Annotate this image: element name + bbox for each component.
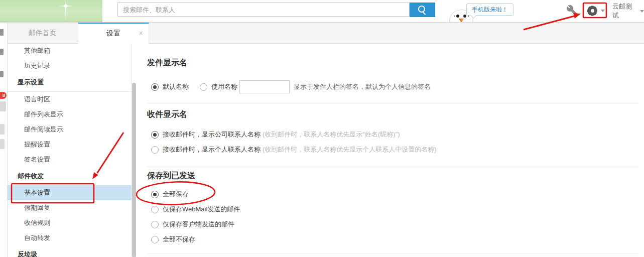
- radio-label: 全部不保存: [163, 235, 195, 244]
- gear-icon[interactable]: [587, 5, 598, 16]
- tab-settings[interactable]: 设置 ×: [78, 22, 149, 44]
- account-menu[interactable]: 云邮测试: [612, 0, 644, 22]
- section-recipient-display-name: 收件显示名接收邮件时，显示公司联系人名称(收到邮件时，联系人名称优先显示"姓名(…: [147, 109, 638, 167]
- sidebar-item[interactable]: 其他邮箱: [7, 43, 132, 58]
- radio-unselected[interactable]: [151, 236, 159, 243]
- option-row[interactable]: 全部不保存: [147, 232, 638, 247]
- sidebar-section-header: 显示设置: [7, 73, 132, 92]
- radio-unselected[interactable]: [151, 146, 159, 154]
- wrench-icon[interactable]: [566, 5, 578, 17]
- clipped-icon-fragment: [0, 139, 5, 149]
- sidebar-item[interactable]: 语言时区: [7, 92, 132, 107]
- radio-unselected[interactable]: [151, 206, 159, 213]
- search-button[interactable]: [410, 3, 435, 17]
- option-row[interactable]: 全部保存: [147, 187, 638, 202]
- section-options: 接收邮件时，显示公司联系人名称(收到邮件时，联系人名称优先显示"姓名(昵称)")…: [147, 127, 638, 157]
- sidebar-item[interactable]: 提醒设置: [7, 137, 132, 152]
- radio-label: 接收邮件时，显示个人联系人名称: [163, 145, 261, 154]
- section-divider: [147, 253, 638, 254]
- radio-unselected[interactable]: [151, 221, 159, 228]
- display-name-input[interactable]: [239, 80, 290, 93]
- section-title: 保存到已发送: [147, 170, 638, 181]
- mobile-version-bubble[interactable]: 手机版来啦！: [466, 4, 513, 16]
- radio-option[interactable]: 仅保存WebMail发送的邮件: [151, 205, 240, 214]
- sidebar-item[interactable]: 自动转发: [7, 230, 132, 245]
- option-row[interactable]: 默认名称使用名称显示于发件人栏的签名，默认为个人信息的签名: [147, 79, 638, 94]
- sidebar-item[interactable]: 收信规则: [7, 215, 132, 230]
- beak-icon: [459, 19, 464, 22]
- sidebar-item[interactable]: 基本设置: [7, 185, 132, 200]
- account-name: 云邮测试: [612, 2, 637, 20]
- sidebar-scrollbar-thumb[interactable]: [132, 83, 136, 257]
- sidebar-item[interactable]: 邮件阅读显示: [7, 122, 132, 137]
- sidebar-item[interactable]: 历史记录: [7, 58, 132, 73]
- radio-label: 仅保存WebMail发送的邮件: [163, 205, 240, 214]
- tab-mail-home[interactable]: 邮件首页: [7, 22, 78, 43]
- sidebar-section-header: 邮件收发: [7, 167, 132, 185]
- radio-option[interactable]: 使用名称: [200, 82, 237, 91]
- sidebar-item[interactable]: 签名设置: [7, 152, 132, 167]
- radio-option[interactable]: 全部保存: [151, 190, 189, 199]
- unread-count-badge: 8: [0, 92, 7, 99]
- gear-chevron-down-icon[interactable]: [601, 10, 605, 12]
- section-divider: [147, 103, 638, 103]
- radio-label: 默认名称: [163, 82, 189, 91]
- radio-unselected[interactable]: [200, 83, 207, 91]
- sidebar-item[interactable]: 邮件列表显示: [7, 107, 132, 122]
- option-row[interactable]: 仅保存客户端发送的邮件: [147, 217, 638, 232]
- search-input[interactable]: [117, 3, 410, 17]
- settings-sidebar: 其他邮箱历史记录显示设置语言时区邮件列表显示邮件阅读显示提醒设置签名设置邮件收发…: [7, 43, 132, 257]
- clipped-text-fragment: [0, 29, 4, 36]
- radio-note: (收到邮件时，联系人名称优先显示个人联系人中设置的名称): [263, 145, 437, 154]
- radio-option[interactable]: 全部不保存: [151, 235, 195, 244]
- option-hint: 显示于发件人栏的签名，默认为个人信息的签名: [294, 82, 431, 91]
- radio-selected[interactable]: [151, 83, 159, 91]
- section-divider: [147, 167, 638, 167]
- radio-label: 全部保存: [163, 190, 189, 199]
- radio-label: 使用名称: [211, 82, 237, 91]
- radio-note: (收到邮件时，联系人名称优先显示"姓名(昵称)"): [263, 130, 400, 139]
- radio-option[interactable]: 接收邮件时，显示个人联系人名称(收到邮件时，联系人名称优先显示个人联系人中设置的…: [151, 145, 437, 154]
- tab-bar: 邮件首页 设置 ×: [7, 22, 644, 44]
- sidebar-section-header: 反垃圾: [7, 245, 132, 257]
- radio-selected[interactable]: [151, 191, 159, 198]
- tab-settings-label: 设置: [106, 29, 120, 37]
- section-save-to-sent: 保存到已发送全部保存仅保存WebMail发送的邮件仅保存客户端发送的邮件全部不保…: [147, 170, 638, 254]
- option-row[interactable]: 接收邮件时，显示公司联系人名称(收到邮件时，联系人名称优先显示"姓名(昵称)"): [147, 127, 638, 142]
- sidebar-item[interactable]: 假期回复: [7, 200, 132, 215]
- magnifier-icon: [418, 6, 425, 13]
- option-row[interactable]: 仅保存WebMail发送的邮件: [147, 202, 638, 217]
- section-title: 发件显示名: [147, 43, 638, 68]
- section-sender-display-name: 发件显示名默认名称使用名称显示于发件人栏的签名，默认为个人信息的签名: [147, 43, 638, 103]
- radio-label: 接收邮件时，显示公司联系人名称: [163, 130, 261, 139]
- clipped-text-fragment: [0, 71, 4, 77]
- radio-option[interactable]: 默认名称: [151, 82, 189, 91]
- account-chevron-down-icon: [640, 10, 644, 13]
- section-title: 收件显示名: [147, 109, 638, 120]
- radio-option[interactable]: 接收邮件时，显示公司联系人名称(收到邮件时，联系人名称优先显示"姓名(昵称)"): [151, 130, 400, 139]
- clipped-folder-strip: 8: [0, 22, 8, 257]
- clipped-text-fragment: [0, 49, 4, 55]
- option-row[interactable]: 接收邮件时，显示个人联系人名称(收到邮件时，联系人名称优先显示个人联系人中设置的…: [147, 142, 638, 157]
- clipped-icon-fragment: [0, 101, 6, 111]
- clipped-icon-fragment: [0, 124, 5, 135]
- settings-content: 发件显示名默认名称使用名称显示于发件人栏的签名，默认为个人信息的签名收件显示名接…: [132, 43, 644, 257]
- top-bar: 手机版来啦！ 云邮测试: [0, 0, 644, 23]
- section-options: 默认名称使用名称显示于发件人栏的签名，默认为个人信息的签名: [147, 79, 638, 94]
- close-icon[interactable]: ×: [139, 24, 143, 43]
- webmail-logo: [0, 0, 102, 22]
- sparkle-decoration: [60, 0, 71, 23]
- radio-selected[interactable]: [151, 131, 159, 139]
- radio-label: 仅保存客户端发送的邮件: [163, 220, 234, 229]
- radio-option[interactable]: 仅保存客户端发送的邮件: [151, 220, 234, 229]
- section-options: 全部保存仅保存WebMail发送的邮件仅保存客户端发送的邮件全部不保存: [147, 187, 638, 247]
